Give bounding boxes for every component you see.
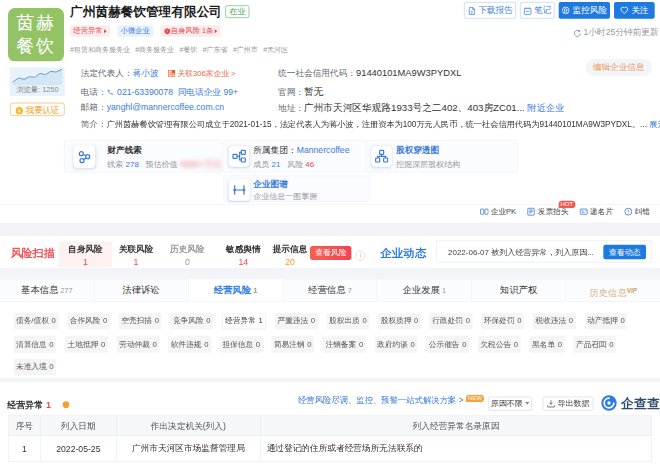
svg-text:¥: ¥ [18,107,21,113]
svg-text:!: ! [167,29,168,34]
